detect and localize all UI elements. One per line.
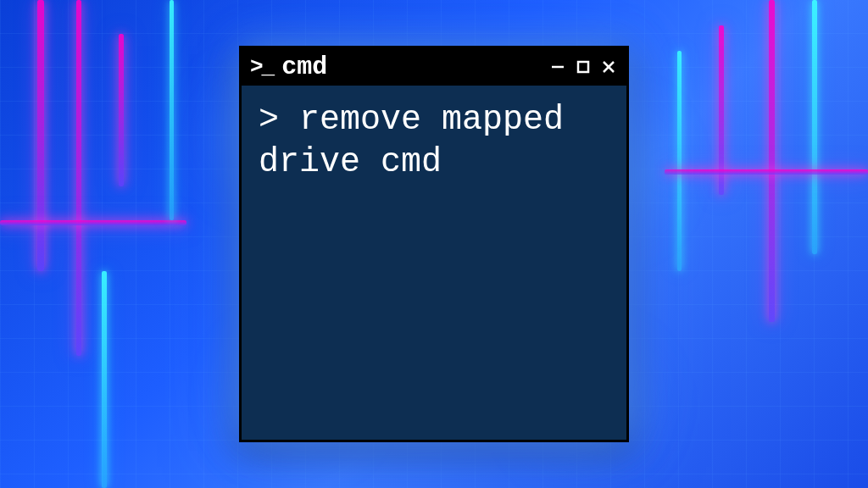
window-title: cmd <box>281 53 548 81</box>
svg-rect-1 <box>578 62 588 72</box>
neon-line <box>0 220 186 225</box>
terminal-body[interactable]: > remove mapped drive cmd <box>242 86 626 440</box>
cyan-line <box>812 0 817 254</box>
neon-line <box>769 0 775 322</box>
cyan-line <box>677 51 682 271</box>
neon-line <box>119 34 124 186</box>
titlebar[interactable]: >_ cmd <box>242 48 626 86</box>
terminal-icon: >_ <box>250 54 273 80</box>
neon-line <box>665 169 868 175</box>
maximize-button[interactable] <box>574 58 593 76</box>
neon-line <box>76 0 81 356</box>
command-text: remove mapped drive cmd <box>259 101 564 181</box>
cyan-line <box>170 0 174 220</box>
terminal-window: >_ cmd > remove mapped drive cmd <box>239 46 629 442</box>
prompt-symbol: > <box>259 101 279 139</box>
minimize-button[interactable] <box>548 58 567 76</box>
window-controls <box>548 58 618 76</box>
cyan-line <box>102 271 107 488</box>
neon-line <box>37 0 44 271</box>
close-button[interactable] <box>599 58 618 76</box>
